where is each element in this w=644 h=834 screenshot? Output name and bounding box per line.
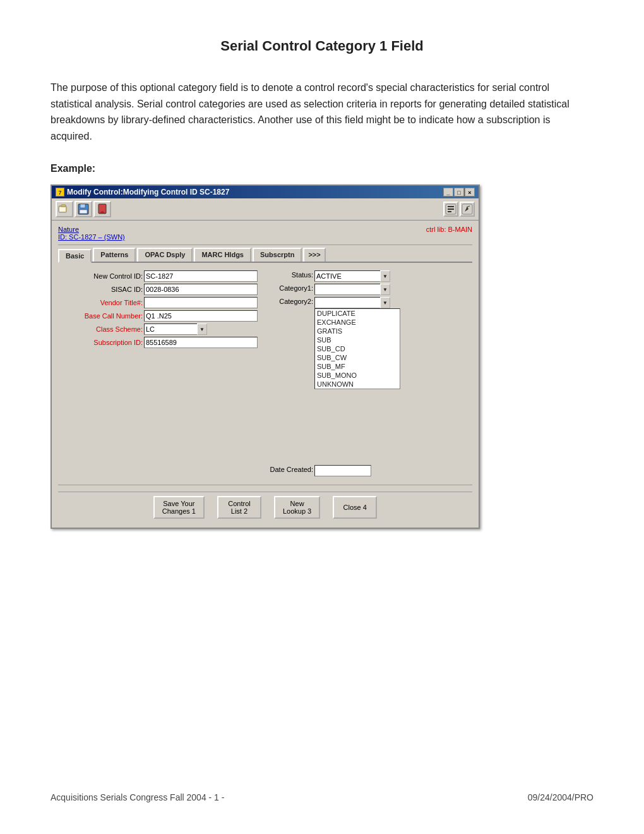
dropdown-item-unknown[interactable]: UNKNOWN [315, 380, 400, 389]
save-changes-button[interactable]: Save Your Changes 1 [153, 496, 205, 519]
vendor-title-row: Vendor Title#: [61, 297, 263, 308]
maximize-button[interactable]: □ [454, 188, 464, 196]
form-main: New Control ID: SISAC ID: Vendor Title#: [61, 270, 470, 478]
tabs-row: Basic Patterns OPAC Dsply MARC Hldgs Sub… [58, 248, 472, 263]
svg-rect-2 [59, 207, 66, 212]
ctrl-lib-text: ctrl lib: B-MAIN [426, 226, 472, 233]
form-area: New Control ID: SISAC ID: Vendor Title#: [58, 267, 472, 482]
footer-right: 09/24/2004/PRO [528, 792, 593, 802]
svg-rect-5 [80, 210, 87, 214]
dropdown-item-sub-mf[interactable]: SUB_MF [315, 362, 400, 371]
settings-button[interactable] [443, 202, 458, 217]
category2-input[interactable] [314, 297, 390, 308]
new-lookup-button[interactable]: New Lookup 3 [274, 496, 320, 519]
subscription-id-row: Subscription ID: [61, 337, 263, 348]
status-label: Status: [269, 270, 313, 279]
dropdown-item-sub[interactable]: SUB [315, 335, 400, 344]
base-call-number-label: Base Call Number: [61, 312, 143, 320]
separator-2 [58, 485, 472, 485]
date-created-input[interactable] [314, 465, 371, 476]
minimize-button[interactable]: _ [443, 188, 453, 196]
window-content: Nature ctrl lib: B-MAIN ID: SC-1827 – (S… [52, 221, 479, 528]
dropdown-item-exchange[interactable]: EXCHANGE [315, 318, 400, 327]
nature-row: Nature ctrl lib: B-MAIN [58, 226, 472, 233]
separator [58, 245, 472, 245]
application-window: 7 Modify Control:Modifying Control ID SC… [51, 184, 480, 529]
open-button[interactable] [56, 201, 73, 217]
class-scheme-label: Class Scheme: [61, 325, 143, 333]
category1-input[interactable] [314, 284, 390, 295]
control-list-button[interactable]: Control List 2 [217, 496, 261, 519]
category2-wrapper: ▼ [314, 297, 390, 308]
body-text: The purpose of this optional category fi… [51, 80, 593, 144]
page-title: Serial Control Category 1 Field [51, 38, 593, 54]
window-controls[interactable]: _ □ × [443, 188, 475, 196]
nature-link[interactable]: Nature [58, 226, 79, 233]
toolbar-right [443, 202, 475, 217]
dropdown-item-sub-cw[interactable]: SUB_CW [315, 353, 400, 362]
category2-dropdown-container: ▼ DUPLICATE EXCHANGE GRATIS SUB SUB_CD S… [314, 297, 400, 389]
sisac-id-row: SISAC ID: [61, 284, 263, 295]
tab-marc-hldgs[interactable]: MARC Hldgs [194, 248, 251, 262]
toolbar [52, 198, 479, 221]
category1-row: Category1: ▼ [269, 284, 470, 295]
category1-label: Category1: [269, 284, 313, 292]
edit-button[interactable] [460, 202, 475, 217]
tab-opac-dsply[interactable]: OPAC Dsply [137, 248, 193, 262]
dropdown-item-gratis[interactable]: GRATIS [315, 327, 400, 335]
status-row: Status: ▼ [269, 270, 470, 282]
tab-basic[interactable]: Basic [58, 249, 92, 263]
vendor-title-input[interactable] [144, 297, 258, 308]
close-button[interactable]: × [465, 188, 475, 196]
id-text: ID: SC-1827 – (SWN) [58, 233, 125, 241]
sisac-id-input[interactable] [144, 284, 258, 295]
close-button-bottom[interactable]: Close 4 [333, 496, 377, 519]
new-control-id-label: New Control ID: [61, 272, 143, 280]
class-scheme-arrow[interactable]: ▼ [197, 323, 207, 335]
dropdown-item-duplicate[interactable]: DUPLICATE [315, 309, 400, 318]
nature-section: Nature ctrl lib: B-MAIN ID: SC-1827 – (S… [58, 226, 472, 241]
new-control-id-row: New Control ID: [61, 270, 263, 282]
example-label: Example: [51, 163, 593, 174]
category1-arrow[interactable]: ▼ [380, 284, 390, 295]
title-bar: 7 Modify Control:Modifying Control ID SC… [52, 186, 479, 198]
new-control-id-input[interactable] [144, 270, 258, 282]
title-bar-left: 7 Modify Control:Modifying Control ID SC… [56, 188, 229, 196]
page-footer: Acquisitions Serials Congress Fall 2004 … [51, 792, 593, 802]
svg-rect-11 [448, 211, 451, 212]
base-call-number-row: Base Call Number: [61, 310, 263, 322]
status-input[interactable] [314, 270, 390, 282]
left-fields: New Control ID: SISAC ID: Vendor Title#: [61, 270, 263, 478]
category2-row: Category2: ▼ DUPLICATE EXCHANGE [269, 297, 470, 389]
subscription-id-input[interactable] [144, 337, 258, 348]
category1-wrapper: ▼ [314, 284, 390, 295]
class-scheme-row: Class Scheme: ▼ [61, 323, 263, 335]
status-arrow[interactable]: ▼ [380, 270, 390, 282]
status-wrapper: ▼ [314, 270, 390, 282]
svg-rect-9 [448, 206, 454, 207]
tab-more[interactable]: >>> [303, 248, 325, 262]
category2-arrow[interactable]: ▼ [380, 297, 390, 308]
svg-rect-4 [80, 204, 85, 208]
bookmark-button[interactable] [93, 201, 111, 217]
date-created-label: Date Created: [269, 465, 313, 473]
toolbar-left [56, 201, 111, 217]
category2-label: Category2: [269, 297, 313, 305]
right-fields: Status: ▼ Category1: ▼ [263, 270, 470, 478]
nature-id: ID: SC-1827 – (SWN) [58, 233, 472, 241]
dropdown-item-sub-cd[interactable]: SUB_CD [315, 344, 400, 353]
dropdown-item-sub-mono[interactable]: SUB_MONO [315, 371, 400, 380]
sisac-id-label: SISAC ID: [61, 286, 143, 293]
buttons-row: Save Your Changes 1 Control List 2 New L… [58, 492, 472, 523]
date-created-row: Date Created: [269, 465, 470, 476]
base-call-number-input[interactable] [144, 310, 258, 322]
save-toolbar-button[interactable] [75, 201, 92, 217]
svg-rect-1 [61, 205, 66, 207]
vendor-title-label: Vendor Title#: [61, 299, 143, 306]
tab-subscrptn[interactable]: Subscrptn [253, 248, 302, 262]
window-icon: 7 [56, 188, 64, 196]
footer-left: Acquisitions Serials Congress Fall 2004 … [51, 792, 224, 802]
category2-dropdown-list[interactable]: DUPLICATE EXCHANGE GRATIS SUB SUB_CD SUB… [314, 308, 400, 389]
tab-patterns[interactable]: Patterns [93, 248, 136, 262]
class-scheme-wrapper: ▼ [144, 323, 207, 335]
